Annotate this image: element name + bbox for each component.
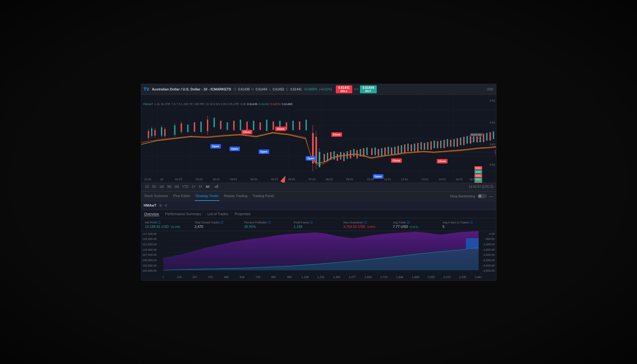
eq-y-label-1: 115,000.00 <box>143 237 162 241</box>
eq-y-right-3: -1,500.00 <box>482 248 494 251</box>
panel-right: Deep Backtesting — <box>450 194 493 199</box>
eq-y-right-0: 0.00 <box>489 232 495 235</box>
eq-x-14: 1,723 <box>380 275 388 279</box>
svg-rect-40 <box>207 120 208 131</box>
net-profit-label: Net Profit ⓘ <box>145 221 195 225</box>
subtab-overview[interactable]: Overview <box>144 212 160 216</box>
price-axis: 0.62 0.61 0.61 0.61 <box>483 95 496 182</box>
eq-x-9: 1,108 <box>302 275 309 279</box>
close-label-2[interactable]: Close <box>275 127 286 131</box>
max-drawdown-val: 3,754.52 USD <box>343 225 365 228</box>
eq-x-19: 2,338 <box>459 275 467 279</box>
ask-val: 0.61 <box>477 137 482 140</box>
svg-rect-78 <box>363 148 364 156</box>
svg-rect-92 <box>410 144 412 151</box>
subtab-performance[interactable]: Performance Summary <box>164 212 202 216</box>
time-tick-7: 05:01 <box>271 178 278 181</box>
tf-3m[interactable]: 3M <box>166 184 173 189</box>
svg-rect-52 <box>273 122 274 130</box>
tab-stock-screener[interactable]: Stock Screener <box>144 192 169 201</box>
svg-rect-105 <box>453 139 455 147</box>
price-box-2: 0.61 <box>474 170 482 174</box>
chart-area[interactable]: HMAwT 1 21 26 ATR: 7.5 7.5 1.305 TP: 100… <box>141 95 496 182</box>
svg-rect-45 <box>227 122 228 130</box>
time-tick-3: 02:01 <box>196 178 203 181</box>
buy-button[interactable]: 0.61444 BUY <box>360 85 376 93</box>
close-label-1[interactable]: Close <box>242 130 253 134</box>
total-closed-val: 2,470 <box>195 225 244 228</box>
svg-rect-104 <box>450 140 451 147</box>
svg-rect-16 <box>148 131 149 138</box>
open-label-1[interactable]: Open <box>210 144 221 149</box>
eq-x-18: 2,215 <box>443 275 451 279</box>
tf-5d[interactable]: 5D <box>151 184 157 189</box>
svg-rect-66 <box>323 154 325 162</box>
open-label: O <box>234 88 236 91</box>
open-label-3[interactable]: Open <box>259 149 269 154</box>
sell-label: SELL <box>340 89 348 93</box>
top-bar: TV Australian Dollar / U.S. Dollar - 10 … <box>141 84 496 95</box>
stat-pct-profitable: Percent Profitable ⓘ 35.55% <box>244 221 294 228</box>
tf-6m[interactable]: 6M <box>173 184 180 189</box>
tab-pine-editor[interactable]: Pine Editor <box>173 192 191 201</box>
tf-5y[interactable]: 5Y <box>197 184 204 189</box>
eq-y-right-1: -500.00 <box>485 237 495 241</box>
open-label-4[interactable]: Open <box>306 156 316 161</box>
svg-rect-46 <box>233 121 234 130</box>
indicator-row: HMAwT 1 21 26 ATR: 7.5 7.5 1.305 TP: 100… <box>143 103 292 106</box>
high-val: 0.61444 <box>256 88 267 91</box>
deep-bt-toggle[interactable] <box>478 194 487 198</box>
bid-row: Bid 0.61 <box>470 140 483 143</box>
sell-button[interactable]: 0.61441 SELL <box>336 85 352 93</box>
tf-ytd[interactable]: YTD <box>181 184 190 189</box>
timeframe-toolbar: 1D 5D 1M 3M 6M YTD 1Y 5Y All 14:42:47 (U… <box>141 182 496 191</box>
tf-1d[interactable]: 1D <box>144 184 150 189</box>
strategy-row: HMAwT ⚙ ↺ <box>141 201 496 210</box>
svg-rect-97 <box>427 142 428 149</box>
time-tick-12: 10:01 <box>367 178 374 181</box>
tab-trading-panel[interactable]: Trading Panel <box>252 192 275 201</box>
strategy-settings-button[interactable]: ⚙ <box>159 204 162 207</box>
svg-rect-103 <box>447 139 448 147</box>
svg-rect-84 <box>384 147 386 156</box>
minimize-button[interactable]: — <box>489 194 494 199</box>
tf-1m[interactable]: 1M <box>158 184 165 189</box>
chart-type-button[interactable] <box>213 184 220 190</box>
stat-profit-factor: Profit Factor ⓘ 1.198 <box>294 221 343 228</box>
eq-x-axis: 1 124 247 370 493 616 739 862 985 1,108 … <box>163 274 479 280</box>
svg-rect-67 <box>327 153 328 161</box>
svg-rect-68 <box>330 152 331 160</box>
net-profit-pct: 19.19% <box>171 225 181 228</box>
time-tick-13: 11:01 <box>384 178 391 181</box>
strategy-name: HMAwT <box>144 203 156 207</box>
avg-bars-label: Avg # Bars in Trades ⓘ <box>442 221 492 225</box>
time-tick-2: 01:01 <box>175 178 182 181</box>
ohlc-info: O 0.61438 H 0.61444 L 0.61432 C 0.61441 … <box>234 88 332 91</box>
svg-rect-37 <box>187 124 188 132</box>
svg-rect-90 <box>404 144 405 153</box>
spread-val: 0.3 <box>354 88 359 91</box>
price-buttons: 0.61441 SELL 0.3 0.61444 BUY <box>336 85 377 93</box>
strategy-refresh-button[interactable]: ↺ <box>164 204 167 207</box>
open-label-2[interactable]: Open <box>229 147 240 151</box>
time-axis: 21:01 10 01:01 02:01 02:01 03:01 04:01 0… <box>141 176 483 182</box>
price-tick-1: 0.61 <box>490 121 495 124</box>
svg-rect-95 <box>420 142 421 149</box>
stat-avg-bars: Avg # Bars in Trades ⓘ 5 <box>442 221 492 228</box>
tab-strategy-tester[interactable]: Strategy Tester <box>195 192 220 201</box>
close-label-5[interactable]: Close <box>437 159 448 163</box>
eq-x-5: 616 <box>240 275 244 279</box>
tf-1y[interactable]: 1Y <box>190 184 197 189</box>
eq-y-label-2: 112,500.00 <box>143 243 162 246</box>
max-drawdown-label: Max Drawdown ⓘ <box>343 221 393 225</box>
tab-replay-trading[interactable]: Replay Trading <box>223 192 248 201</box>
close-label-3[interactable]: Close <box>331 132 342 137</box>
close-label-4[interactable]: Close <box>391 158 402 163</box>
panel-tabs-row: Stock Screener Pine Editor Strategy Test… <box>141 192 496 201</box>
outer-container: TV Australian Dollar / U.S. Dollar - 10 … <box>0 0 637 364</box>
subtab-trades[interactable]: List of Trades <box>207 212 229 216</box>
low-label: L <box>269 88 271 91</box>
subtab-properties[interactable]: Properties <box>234 212 251 216</box>
svg-rect-39 <box>200 122 202 132</box>
tf-all[interactable]: All <box>204 184 210 189</box>
